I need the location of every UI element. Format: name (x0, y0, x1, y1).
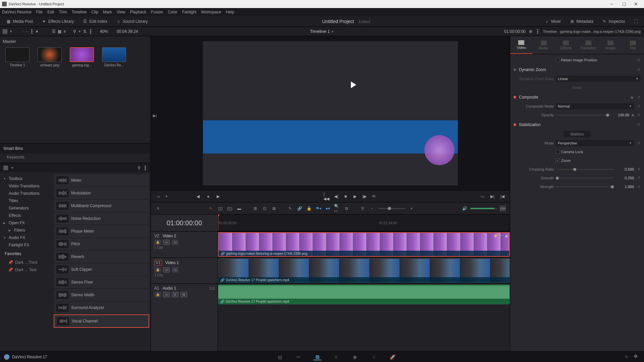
dynamic-trim-tool[interactable]: (▯) (227, 205, 233, 212)
strength-slider[interactable] (556, 186, 614, 187)
menu-fairlight[interactable]: Fairlight (182, 10, 197, 14)
v2-enable[interactable]: ▭ (172, 240, 178, 245)
v1-enable[interactable]: ▭ (172, 267, 178, 273)
next-frame-button[interactable]: |▶ (361, 193, 368, 200)
composite-mode-reset-icon[interactable]: ↺ (636, 104, 641, 109)
clip-fx-icon[interactable]: ◆ (505, 234, 508, 238)
viewer-more-icon[interactable] (537, 31, 538, 32)
media-item-davinci[interactable]: DaVinci Re... (99, 47, 129, 67)
track-v2[interactable]: ⚡〰◆ 🔗gaming-logo-maker-featuring-a-reape… (218, 231, 510, 257)
inspector-toggle[interactable]: ✎Inspector (599, 18, 629, 25)
project-settings-icon[interactable]: ⚙ (634, 354, 640, 360)
clip-retime-icon[interactable]: ⚡ (493, 234, 498, 238)
retain-checkbox[interactable] (556, 58, 560, 62)
fx-tree-filters[interactable]: ▶Filters (1, 227, 52, 234)
fx-item-pitch[interactable]: Pitch (54, 238, 149, 250)
a1-mute[interactable]: M (180, 292, 187, 297)
menu-mark[interactable]: Mark (103, 10, 112, 14)
fx-item-soft-clipper[interactable]: Soft Clipper (54, 263, 149, 276)
page-deliver[interactable]: 🚀 (388, 354, 396, 360)
fx-item-noise-reduction[interactable]: Noise Reduction (54, 213, 149, 225)
expand-button[interactable]: ⛶ (631, 18, 641, 25)
track-header-v1[interactable]: V1 Video 1 🔒 ▭ ▭ 1 Clip (151, 257, 218, 284)
swap-button[interactable]: Swap (573, 85, 582, 89)
stabilize-button[interactable]: Stabilize (564, 131, 591, 137)
tracks-container[interactable]: 01:00:00:00 01:01:24:00 01:02:48:00 ⚡〰◆ … (218, 215, 510, 351)
metadata-toggle[interactable]: ⊞Metadata (567, 18, 597, 25)
inspector-tab-file[interactable]: File (622, 36, 644, 54)
go-start-icon[interactable]: |◀ (499, 193, 506, 200)
fx-more-icon[interactable] (145, 167, 146, 169)
fx-tree-titles[interactable]: Titles (1, 197, 52, 204)
page-edit[interactable]: ▦ (313, 354, 321, 360)
fx-item-phase-meter[interactable]: Phase Meter (54, 225, 149, 237)
overwrite-clip-icon[interactable]: ⊡ (262, 205, 268, 212)
clip-v1-davinci[interactable]: 🔗DaVinci Resolve 17 Projekt speichern.mp… (218, 258, 510, 283)
opacity-keyframe-icon[interactable]: ◆ (631, 113, 634, 117)
view-list-icon[interactable]: ☰ (52, 29, 56, 34)
dynamic-zoom-enable-dot[interactable] (514, 68, 516, 71)
bin-master[interactable]: Master (3, 39, 148, 44)
flag-icon[interactable]: ⚑▾ (315, 205, 321, 212)
v2-auto-select[interactable]: ▭ (163, 240, 170, 245)
section-dynamic-zoom[interactable]: Dynamic Zoom ↺ (514, 65, 641, 74)
inspector-tab-video[interactable]: Video (510, 36, 533, 54)
menu-file[interactable]: File (36, 10, 43, 14)
camera-lock-checkbox[interactable] (556, 150, 560, 154)
lock-icon[interactable]: 🔒 (306, 205, 312, 212)
cropping-reset-icon[interactable]: ↺ (636, 167, 641, 172)
opacity-reset-icon[interactable]: ↺ (636, 113, 641, 117)
menu-davinci[interactable]: DaVinci Resolve (2, 10, 32, 14)
fx-tree-video-transitions[interactable]: Video Transitions (1, 182, 52, 190)
prev-frame-button[interactable]: ◀| (333, 193, 339, 200)
search-dropdown[interactable]: ▼ (78, 30, 81, 33)
timeline-view-icon[interactable]: ≡ (155, 205, 161, 212)
fx-view-dropdown[interactable]: ▼ (11, 166, 14, 170)
clip-v2-gaming-logo[interactable]: ⚡〰◆ 🔗gaming-logo-maker-featuring-a-reape… (218, 232, 510, 257)
track-header-v2[interactable]: V2 Video 2 🔒 ▭ ▭ 1 Clip (151, 231, 218, 257)
media-item-schwarz[interactable]: schwarz.png (35, 47, 64, 67)
retain-reset-icon[interactable]: ↺ (636, 58, 641, 62)
dim-button[interactable]: DIM (500, 205, 506, 212)
sync-icon[interactable]: ⊕ (529, 29, 532, 34)
ease-dropdown[interactable]: Linear▼ (556, 76, 641, 82)
timeline-dropdown-icon[interactable]: ▼ (331, 30, 334, 34)
bin-view-icon[interactable] (3, 29, 7, 34)
home-icon[interactable]: ⌂ (625, 354, 631, 360)
nav-fwd[interactable]: › (26, 29, 28, 34)
volume-icon[interactable]: 🔊 (462, 205, 468, 212)
menu-clip[interactable]: Clip (91, 10, 98, 14)
stabilization-reset-icon[interactable]: ↺ (636, 122, 641, 127)
smooth-value[interactable]: 0.250 (615, 176, 634, 180)
inspector-tab-audio[interactable]: Audio (533, 36, 555, 54)
edit-index-toggle[interactable]: ☰Edit Index (79, 18, 111, 25)
opacity-value[interactable]: 100.00 (610, 113, 629, 117)
fx-view-icon[interactable] (3, 166, 8, 170)
loop-button[interactable]: ⟲ (370, 193, 377, 200)
playhead[interactable] (218, 215, 218, 231)
stab-mode-reset-icon[interactable]: ↺ (636, 141, 641, 145)
menu-fusion[interactable]: Fusion (151, 10, 163, 14)
zoom-checkbox[interactable]: ✓ (556, 159, 560, 163)
a1-auto-select[interactable]: ▭ (163, 292, 170, 297)
fx-tree-audiofx[interactable]: ▼Audio FX (1, 234, 52, 241)
stop-button[interactable]: ■ (342, 193, 349, 200)
v1-lock-icon[interactable]: 🔒 (154, 267, 161, 273)
composite-enable-dot[interactable] (514, 96, 516, 99)
fx-item-stereo-width[interactable]: Stereo Width (54, 289, 149, 301)
page-fairlight[interactable]: ♫ (370, 354, 378, 360)
ripple-icon[interactable]: ✎ (287, 205, 293, 212)
bin-dropdown-icon[interactable]: ▼ (9, 30, 12, 33)
prev-edit-icon[interactable]: ▶| (153, 113, 157, 118)
strength-reset-icon[interactable]: ↺ (636, 184, 641, 189)
trim-tool[interactable]: ▯▯ (217, 205, 223, 212)
timeline-ruler[interactable]: 01:00:00:00 01:01:24:00 01:02:48:00 (218, 215, 510, 231)
a1-lock-icon[interactable]: 🔒 (154, 292, 161, 297)
zoom-fit-icon[interactable]: ⚲ (360, 205, 366, 212)
smooth-slider[interactable] (556, 178, 614, 179)
timecode-display[interactable]: 01:00:00:00 (151, 215, 218, 231)
clip-a1-davinci[interactable]: 🔗DaVinci Resolve 17 Projekt speichern.mp… (218, 285, 510, 304)
fx-search-icon[interactable]: ⚲ (138, 166, 141, 170)
fx-item-modulation[interactable]: Modulation (54, 187, 149, 199)
clip-curve-icon[interactable]: 〰 (499, 234, 503, 238)
